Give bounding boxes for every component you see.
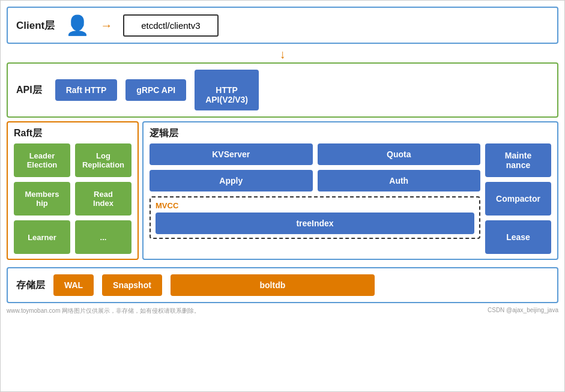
watermark-left: www.toymoban.com 网络图片仅供展示，非存储，如有侵权请联系删除。 — [7, 307, 200, 315]
log-replication-box: LogReplication — [75, 143, 131, 177]
snapshot-box: Snapshot — [102, 274, 162, 296]
learner-label: Learner — [28, 233, 56, 242]
arrow-down-icon: ↓ — [280, 47, 286, 61]
http-api-box: HTTP API(V2/V3) — [195, 70, 259, 110]
raft-http-box: Raft HTTP — [55, 79, 118, 101]
api-layer: API层 Raft HTTP gRPC API HTTP API(V2/V3) — [7, 62, 558, 118]
watermark: www.toymoban.com 网络图片仅供展示，非存储，如有侵权请联系删除。… — [7, 307, 558, 315]
arrow-right-icon: → — [100, 19, 112, 32]
quota-box: Quota — [318, 143, 481, 165]
boltdb-box: boltdb — [171, 274, 375, 296]
leader-election-label: LeaderElection — [27, 151, 58, 169]
grpc-api-label: gRPC API — [136, 85, 175, 95]
read-index-label: ReadIndex — [93, 190, 113, 208]
diagram-container: Client层 👤 → etcdctl/clientv3 ↓ API层 Raft… — [0, 0, 565, 392]
http-api-label: HTTP API(V2/V3) — [205, 85, 248, 104]
raft-http-label: Raft HTTP — [66, 85, 107, 95]
compactor-box: Compactor — [485, 182, 551, 216]
lease-box: Lease — [485, 220, 551, 254]
log-replication-label: LogReplication — [82, 151, 124, 169]
mvcc-wrapper: MVCC treeIndex — [150, 196, 480, 239]
logic-mid-row: Apply Auth — [150, 170, 480, 191]
etcd-box: etcdctl/clientv3 — [123, 14, 218, 37]
membership-box: Membership — [14, 182, 70, 216]
raft-layer-label: Raft层 — [14, 127, 131, 140]
apply-label: Apply — [219, 176, 243, 185]
raft-grid: LeaderElection LogReplication Membership… — [14, 143, 131, 254]
ellipsis-box: ... — [75, 220, 131, 254]
compactor-label: Compactor — [496, 194, 540, 204]
leader-election-box: LeaderElection — [14, 143, 70, 177]
raft-layer: Raft层 LeaderElection LogReplication Memb… — [7, 121, 139, 260]
learner-box: Learner — [14, 220, 70, 254]
storage-layer-label: 存储层 — [16, 279, 45, 292]
auth-label: Auth — [389, 176, 408, 185]
wal-box: WAL — [53, 274, 94, 296]
client-layer-label: Client层 — [16, 19, 55, 32]
read-index-box: ReadIndex — [75, 182, 131, 216]
logic-inner: KVServer Quota Apply Auth — [150, 143, 551, 254]
apply-box: Apply — [150, 170, 313, 191]
logic-layer: 逻辑层 KVServer Quota App — [142, 121, 558, 260]
logic-main: KVServer Quota Apply Auth — [150, 143, 480, 254]
maintenance-label: Maintenance — [505, 151, 531, 170]
mvcc-label: MVCC — [156, 201, 474, 210]
logic-top-row: KVServer Quota — [150, 143, 480, 165]
etcd-label: etcdctl/clientv3 — [141, 20, 200, 31]
storage-layer: 存储层 WAL Snapshot boltdb — [7, 267, 558, 303]
wal-label: WAL — [64, 280, 83, 290]
logic-right-col: Maintenance Compactor Lease — [485, 143, 551, 254]
logic-layer-label: 逻辑层 — [150, 127, 551, 140]
lease-label: Lease — [506, 232, 530, 242]
kvserver-box: KVServer — [150, 143, 313, 165]
maintenance-box: Maintenance — [485, 143, 551, 177]
auth-box: Auth — [318, 170, 481, 191]
api-layer-label: API层 — [16, 84, 42, 97]
ellipsis-label: ... — [100, 233, 107, 242]
watermark-right: CSDN @ajax_beijing_java — [488, 307, 558, 315]
client-layer: Client层 👤 → etcdctl/clientv3 — [7, 7, 558, 44]
kvserver-label: KVServer — [212, 149, 250, 159]
snapshot-label: Snapshot — [113, 280, 151, 290]
person-icon: 👤 — [65, 14, 89, 37]
boltdb-label: boltdb — [260, 280, 286, 290]
grpc-api-box: gRPC API — [125, 79, 186, 101]
tree-index-box: treeIndex — [156, 213, 474, 234]
middle-row: Raft层 LeaderElection LogReplication Memb… — [7, 121, 558, 264]
membership-label: Membership — [25, 190, 59, 208]
quota-label: Quota — [387, 149, 411, 159]
tree-index-label: treeIndex — [296, 219, 333, 228]
